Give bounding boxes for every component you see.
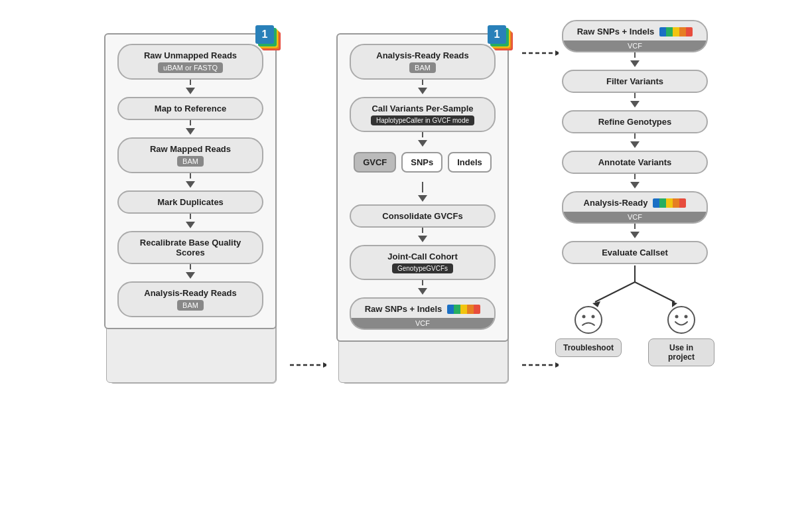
node-analysis-ready-vcf: Analysis-Ready VCF <box>562 191 708 224</box>
arrow-line-r-4 <box>634 174 636 179</box>
arrow-line-c2-2 <box>422 132 423 137</box>
node-call-variants: Call Variants Per-Sample HaplotypeCaller… <box>350 97 496 132</box>
cb-blue-1 <box>447 305 454 314</box>
arrow-c2-2 <box>418 140 427 147</box>
arrow-c2-5 <box>418 288 427 295</box>
vcf-sub-label-3: VCF <box>563 212 707 222</box>
stacked-panel-1: 1 Raw Unmapped Reads uBAM or FASTQ Map t… <box>104 33 277 329</box>
svg-marker-1 <box>323 362 326 368</box>
arrow-3 <box>186 181 195 188</box>
cb-red-3 <box>679 198 686 208</box>
cb-yellow-2 <box>673 27 679 37</box>
panel-col2: 1 Analysis-Ready Reads BAM Call Variants… <box>336 33 509 342</box>
arrow-line-2 <box>190 120 191 125</box>
fork-section <box>562 265 708 319</box>
arrow-r-2 <box>630 101 640 108</box>
node-evaluate-callset: Evaluate Callset <box>562 241 708 264</box>
arrow-line-c2-1 <box>422 80 423 85</box>
svg-line-9 <box>635 282 675 302</box>
vcf-sub-label-1: VCF <box>351 318 494 329</box>
node-analysis-ready-2: Analysis-Ready Reads BAM <box>350 44 496 80</box>
badge-1: 1 <box>258 28 282 52</box>
arrow-1 <box>186 88 195 94</box>
svg-marker-5 <box>555 50 559 56</box>
cb-red-2 <box>686 27 693 37</box>
column-3: Raw SNPs + Indels VCF Filter Variants Re… <box>552 13 718 366</box>
svg-line-7 <box>595 282 635 302</box>
sublabel-genotype: GenotypeGVCFs <box>392 263 453 273</box>
connector-2-3 <box>519 13 552 378</box>
gvcf-row: GVCF SNPs Indels <box>354 152 492 173</box>
arrow-line-1 <box>190 80 191 85</box>
arrow-line-4 <box>190 214 191 219</box>
arrow-line-r-2 <box>634 93 636 98</box>
arrow-line-r-1 <box>634 52 636 58</box>
column-1: 1 Raw Unmapped Reads uBAM or FASTQ Map t… <box>94 13 287 329</box>
arrow-line-r-5 <box>634 224 636 229</box>
connector-svg-2 <box>519 33 559 398</box>
arrow-line-c2-4 <box>422 228 423 233</box>
sublabel-ubam: uBAM or FASTQ <box>158 62 223 73</box>
arrow-2 <box>186 128 195 135</box>
column-2: 1 Analysis-Ready Reads BAM Call Variants… <box>326 13 519 342</box>
arrow-5 <box>186 272 195 279</box>
node-raw-mapped: Raw Mapped Reads BAM <box>117 137 263 173</box>
arrow-line-c2-5 <box>422 280 423 285</box>
cb-yellow-1 <box>460 305 467 314</box>
cb-green-2 <box>666 27 673 37</box>
vcf-top: Raw SNPs + Indels <box>351 299 494 317</box>
vcf-top-3: Analysis-Ready <box>563 192 707 210</box>
svg-marker-3 <box>555 362 559 368</box>
vcf-sub-label-2: VCF <box>563 40 707 51</box>
arrow-c2-3 <box>418 195 427 202</box>
cb-orange-1 <box>467 305 474 314</box>
arrow-r-5 <box>630 232 640 238</box>
badge-2: 1 <box>490 28 514 52</box>
troubleshoot-button[interactable]: Troubleshoot <box>555 338 622 357</box>
node-filter-variants: Filter Variants <box>562 70 708 93</box>
svg-marker-8 <box>592 301 600 307</box>
main-container: 1 Raw Unmapped Reads uBAM or FASTQ Map t… <box>0 0 812 515</box>
cb-blue-2 <box>659 27 666 37</box>
use-in-project-button[interactable]: Use in project <box>648 338 714 366</box>
node-raw-unmapped: Raw Unmapped Reads uBAM or FASTQ <box>117 44 263 80</box>
node-raw-snps-vcf: Raw SNPs + Indels VCF <box>350 297 496 330</box>
vcf-top-2: Raw SNPs + Indels <box>563 21 707 39</box>
arrow-line-5 <box>190 264 191 269</box>
connector-1-2 <box>287 13 326 378</box>
color-bar-1 <box>447 305 480 314</box>
arrow-line-c2-3 <box>422 182 423 192</box>
cb-yellow-3 <box>666 198 673 208</box>
node-refine-geno: Refine Genotypes <box>562 110 708 133</box>
fork-svg <box>562 265 708 319</box>
arrow-r-4 <box>630 182 640 188</box>
badge-number-1: 1 <box>255 25 274 44</box>
cb-green-1 <box>454 305 460 314</box>
node-joint-call: Joint-Call Cohort GenotypeGVCFs <box>350 245 496 280</box>
connector-svg-1 <box>287 33 326 398</box>
indels-box: Indels <box>448 152 492 173</box>
arrow-line-r-3 <box>634 133 636 139</box>
stacked-panel-2: 1 Analysis-Ready Reads BAM Call Variants… <box>336 33 509 342</box>
snps-box: SNPs <box>401 152 442 173</box>
node-mark-dup: Mark Duplicates <box>117 190 263 214</box>
node-raw-snps-top: Raw SNPs + Indels VCF <box>562 20 708 52</box>
cb-green-3 <box>659 198 666 208</box>
cb-blue-3 <box>653 198 659 208</box>
sublabel-bam-2: BAM <box>177 300 204 311</box>
panel-col1: 1 Raw Unmapped Reads uBAM or FASTQ Map t… <box>104 33 277 329</box>
sublabel-bam-3: BAM <box>409 62 436 73</box>
cb-orange-2 <box>679 27 686 37</box>
node-map-to-ref: Map to Reference <box>117 97 263 120</box>
node-recalibrate: Recalibrate Base Quality Scores <box>117 231 263 264</box>
cb-orange-3 <box>673 198 679 208</box>
arrow-r-3 <box>630 141 640 148</box>
node-consolidate: Consolidate GVCFs <box>350 204 496 228</box>
cb-red-1 <box>474 305 480 314</box>
svg-marker-10 <box>672 301 677 307</box>
node-annotate-variants: Annotate Variants <box>562 151 708 174</box>
gvcf-box: GVCF <box>354 152 396 173</box>
color-bar-3 <box>653 198 686 208</box>
arrow-line-3 <box>190 173 191 179</box>
arrow-c2-1 <box>418 88 427 94</box>
